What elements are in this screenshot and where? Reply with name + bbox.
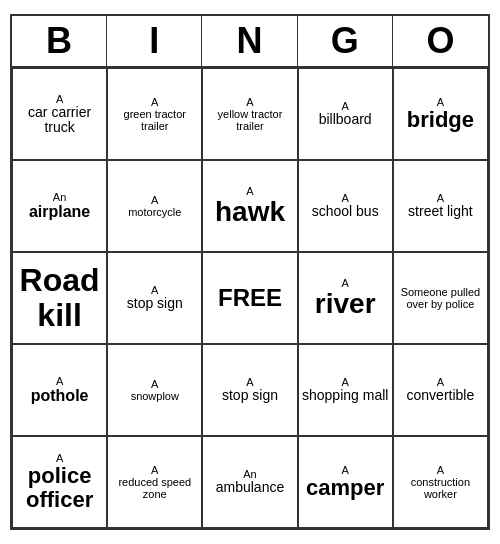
cell-prefix: A — [151, 96, 158, 108]
bingo-cell[interactable]: Aconvertible — [393, 344, 488, 436]
cell-prefix: A — [246, 185, 253, 197]
bingo-cell[interactable]: Areduced speed zone — [107, 436, 202, 528]
bingo-cell[interactable]: Ayellow tractor trailer — [202, 68, 297, 160]
cell-prefix: A — [437, 464, 444, 476]
bingo-cell[interactable]: Aschool bus — [298, 160, 393, 252]
cell-prefix: A — [151, 464, 158, 476]
header-letter: N — [202, 16, 297, 66]
bingo-card: BINGO Acar carrier truckAgreen tractor t… — [10, 14, 490, 530]
header-letter: G — [298, 16, 393, 66]
cell-text: river — [315, 289, 376, 320]
cell-prefix: A — [342, 277, 349, 289]
cell-text: Someone pulled over by police — [396, 286, 485, 310]
bingo-header: BINGO — [12, 16, 488, 68]
cell-prefix: A — [151, 378, 158, 390]
cell-text: billboard — [319, 112, 372, 127]
bingo-cell[interactable]: Anairplane — [12, 160, 107, 252]
bingo-cell[interactable]: Acamper — [298, 436, 393, 528]
bingo-cell[interactable]: Apolice officer — [12, 436, 107, 528]
bingo-cell[interactable]: Amotorcycle — [107, 160, 202, 252]
cell-text: hawk — [215, 197, 285, 228]
cell-text: yellow tractor trailer — [205, 108, 294, 132]
cell-prefix: An — [53, 191, 66, 203]
header-letter: I — [107, 16, 202, 66]
cell-text: green tractor trailer — [110, 108, 199, 132]
bingo-cell[interactable]: Acar carrier truck — [12, 68, 107, 160]
cell-text: bridge — [407, 108, 474, 132]
bingo-cell[interactable]: Ariver — [298, 252, 393, 344]
cell-text: airplane — [29, 203, 90, 221]
cell-text: convertible — [407, 388, 475, 403]
header-letter: B — [12, 16, 107, 66]
cell-text: stop sign — [222, 388, 278, 403]
cell-text: Road kill — [15, 263, 104, 333]
cell-text: ambulance — [216, 480, 285, 495]
bingo-cell[interactable]: Ahawk — [202, 160, 297, 252]
cell-text: police officer — [15, 464, 104, 512]
bingo-cell[interactable]: Road kill — [12, 252, 107, 344]
cell-text: reduced speed zone — [110, 476, 199, 500]
bingo-cell[interactable]: Apothole — [12, 344, 107, 436]
bingo-cell[interactable]: Agreen tractor trailer — [107, 68, 202, 160]
cell-text: stop sign — [127, 296, 183, 311]
cell-text: FREE — [218, 285, 282, 311]
cell-text: pothole — [31, 387, 89, 405]
bingo-cell[interactable]: Abridge — [393, 68, 488, 160]
cell-text: car carrier truck — [15, 105, 104, 136]
cell-text: motorcycle — [128, 206, 181, 218]
cell-prefix: A — [151, 194, 158, 206]
bingo-cell[interactable]: Astreet light — [393, 160, 488, 252]
cell-text: school bus — [312, 204, 379, 219]
bingo-cell[interactable]: Anambulance — [202, 436, 297, 528]
bingo-cell[interactable]: FREE — [202, 252, 297, 344]
cell-text: construction worker — [396, 476, 485, 500]
bingo-cell[interactable]: Astop sign — [107, 252, 202, 344]
cell-prefix: A — [246, 96, 253, 108]
bingo-grid: Acar carrier truckAgreen tractor trailer… — [12, 68, 488, 528]
bingo-cell[interactable]: Asnowplow — [107, 344, 202, 436]
bingo-cell[interactable]: Aconstruction worker — [393, 436, 488, 528]
cell-prefix: A — [56, 375, 63, 387]
bingo-cell[interactable]: Astop sign — [202, 344, 297, 436]
cell-text: camper — [306, 476, 384, 500]
bingo-cell[interactable]: Ashopping mall — [298, 344, 393, 436]
cell-text: street light — [408, 204, 473, 219]
bingo-cell[interactable]: Someone pulled over by police — [393, 252, 488, 344]
cell-prefix: A — [56, 93, 63, 105]
cell-text: shopping mall — [302, 388, 388, 403]
bingo-cell[interactable]: Abillboard — [298, 68, 393, 160]
cell-text: snowplow — [131, 390, 179, 402]
header-letter: O — [393, 16, 488, 66]
